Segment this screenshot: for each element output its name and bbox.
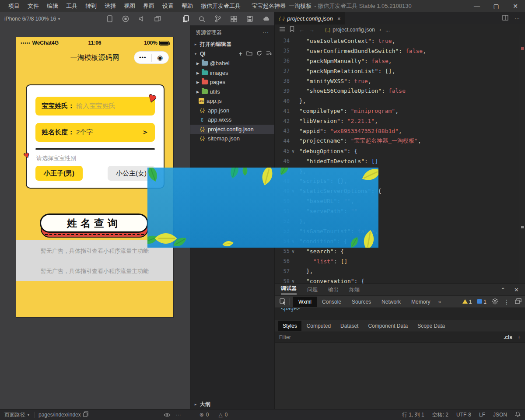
name-length-picker[interactable]: 姓名长度： 2个字 ＞	[35, 123, 155, 142]
overview-ruler[interactable]	[519, 35, 525, 284]
warning-count-status[interactable]: △0	[219, 412, 228, 418]
menu-文件[interactable]: 文件	[24, 2, 43, 10]
inspect-element-icon[interactable]	[278, 298, 290, 305]
mute-icon[interactable]	[139, 16, 145, 22]
menu-帮助[interactable]: 帮助	[178, 2, 197, 10]
layout-grid-icon[interactable]	[231, 16, 237, 22]
devtools-tab-sources[interactable]: Sources	[346, 297, 376, 307]
collapse-panel-icon[interactable]: ⌃	[500, 287, 505, 293]
wxml-element-tree[interactable]: <page>	[275, 308, 525, 320]
copy-icon[interactable]	[83, 411, 88, 418]
menu-编辑[interactable]: 编辑	[43, 2, 62, 10]
language-mode[interactable]: JSON	[493, 412, 507, 418]
code-line-45[interactable]: 45∨"debugOptions": {	[275, 146, 525, 156]
cloud-icon[interactable]	[262, 16, 270, 21]
wechat-capsule[interactable]: ••• ◉	[134, 51, 169, 64]
styles-tab-computed[interactable]: Computed	[302, 321, 335, 331]
code-line-34[interactable]: 34"useIsolateContext": true,	[275, 36, 525, 46]
tab-close-icon[interactable]: ×	[337, 15, 341, 22]
filter-input[interactable]: Filter	[279, 334, 291, 340]
code-line-56[interactable]: 56"list": []	[275, 256, 525, 266]
debugger-tab-输出[interactable]: 输出	[328, 286, 339, 294]
menu-设置[interactable]: 设置	[158, 2, 178, 10]
devtools-tab-wxml[interactable]: Wxml	[293, 297, 317, 307]
search-icon[interactable]	[199, 16, 205, 22]
tree-item-utils[interactable]: ▸utils	[190, 87, 274, 97]
outline-section[interactable]: ▸ 大纲	[190, 399, 274, 409]
error-count[interactable]: ⊗0	[200, 412, 209, 418]
page-path-value[interactable]: pages/index/index	[38, 411, 88, 418]
fold-icon[interactable]: ∨	[290, 249, 297, 254]
collapse-all-icon[interactable]	[266, 51, 272, 57]
devtools-settings-icon[interactable]	[492, 298, 498, 306]
devtools-tab-console[interactable]: Console	[317, 297, 346, 307]
phone-mode-icon[interactable]	[107, 15, 112, 22]
open-editors-section[interactable]: ▸ 打开的编辑器	[190, 39, 274, 49]
more-tabs-icon[interactable]: »	[438, 299, 441, 305]
tab-project-config[interactable]: {..} project.config.json ×	[275, 12, 345, 24]
back-icon[interactable]: ←	[299, 27, 304, 33]
dom-node[interactable]: <page>	[281, 308, 300, 312]
debugger-tab-问题[interactable]: 问题	[307, 286, 318, 294]
status-more-icon[interactable]: ···	[176, 412, 181, 418]
cursor-position[interactable]: 行 1, 列 1	[402, 411, 424, 419]
close-panel-icon[interactable]: ✕	[514, 287, 519, 293]
tree-item-project.config.json[interactable]: {..}project.config.json	[190, 125, 274, 134]
menu-界面[interactable]: 界面	[139, 2, 158, 10]
device-selector[interactable]: iPhone 6/7/8 100% 16 ▾	[4, 16, 60, 22]
multi-window-icon[interactable]	[154, 16, 161, 22]
tree-item-app.json[interactable]: {..}app.json	[190, 106, 274, 116]
capsule-close-icon[interactable]: ◉	[152, 54, 169, 62]
tree-item-app.js[interactable]: JSapp.js	[190, 96, 274, 106]
code-line-41[interactable]: 41"compileType": "miniprogram",	[275, 106, 525, 116]
indent-setting[interactable]: 空格: 2	[432, 411, 448, 419]
git-branch-icon[interactable]	[215, 15, 221, 22]
explorer-toggle-icon[interactable]	[183, 15, 189, 22]
code-line-57[interactable]: 57},	[275, 266, 525, 276]
outline-list-icon[interactable]	[279, 27, 285, 33]
compile-record-icon[interactable]	[122, 15, 129, 22]
devtools-tab-memory[interactable]: Memory	[406, 297, 435, 307]
surname-input[interactable]: 宝宝姓氏： 输入宝宝姓氏	[35, 97, 155, 116]
devtools-kebab-icon[interactable]: ⋮	[504, 298, 510, 305]
message-count[interactable]: 1	[477, 299, 486, 305]
code-line-42[interactable]: 42"libVersion": "2.21.1",	[275, 116, 525, 126]
tree-item-sitemap.json[interactable]: {..}sitemap.json	[190, 134, 274, 144]
code-line-37[interactable]: 37"packNpmRelationList": [],	[275, 66, 525, 76]
new-folder-icon[interactable]	[246, 51, 252, 57]
warning-count[interactable]: 1	[462, 299, 472, 305]
minimize-button[interactable]: —	[467, 0, 486, 12]
refresh-icon[interactable]	[256, 50, 262, 57]
preview-eye-icon[interactable]	[164, 413, 171, 417]
notifications-bell-icon[interactable]	[515, 411, 521, 419]
tree-item-pages[interactable]: ▸pages	[190, 77, 274, 87]
explorer-more-icon[interactable]: ···	[262, 29, 269, 35]
fold-icon[interactable]: ∨	[290, 279, 297, 284]
capsule-more-icon[interactable]: •••	[134, 54, 151, 61]
menu-转到[interactable]: 转到	[81, 2, 101, 10]
cls-toggle-button[interactable]: .cls	[504, 334, 512, 340]
bookmark-icon[interactable]	[290, 26, 294, 33]
styles-tab-styles[interactable]: Styles	[278, 321, 301, 331]
breadcrumb-file[interactable]: {..} project.config.json	[325, 27, 375, 33]
maximize-button[interactable]: ▢	[486, 0, 506, 12]
split-editor-icon[interactable]	[502, 15, 508, 22]
debugger-tab-调试器[interactable]: 调试器	[281, 285, 297, 294]
code-line-39[interactable]: 39"showES6CompileOption": false	[275, 86, 525, 96]
project-root-row[interactable]: ▾ QI +	[190, 49, 274, 59]
code-line-58[interactable]: 58∨"conversation": {	[275, 276, 525, 284]
name-query-button[interactable]: 姓名查询	[40, 214, 148, 233]
undock-icon[interactable]	[515, 298, 522, 305]
save-icon[interactable]	[247, 16, 253, 22]
styles-tab-component-data[interactable]: Component Data	[364, 321, 412, 331]
tree-item-app.wxss[interactable]: 3app.wxss	[190, 115, 274, 125]
editor-more-icon[interactable]: ···	[514, 15, 520, 21]
code-line-35[interactable]: 35"userConfirmedBundleSwitch": false,	[275, 46, 525, 56]
code-line-36[interactable]: 36"packNpmManually": false,	[275, 56, 525, 66]
fold-icon[interactable]: ∨	[290, 149, 297, 154]
new-file-icon[interactable]: +	[239, 50, 242, 57]
page-path-selector[interactable]: 页面路径 ▾	[4, 411, 29, 419]
tree-item-images[interactable]: ▸images	[190, 68, 274, 78]
code-line-38[interactable]: 38"minifyWXSS": true,	[275, 76, 525, 86]
menu-选择[interactable]: 选择	[101, 2, 120, 10]
